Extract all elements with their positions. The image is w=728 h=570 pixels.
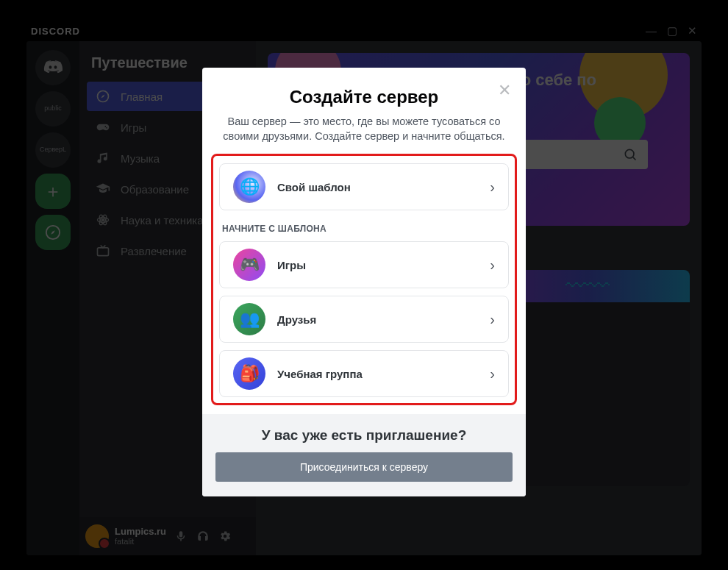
option-label: Свой шаблон — [277, 181, 478, 193]
option-label: Игры — [277, 259, 478, 271]
study-icon: 🎒 — [233, 357, 265, 390]
modal-description: Ваш сервер — это место, где вы можете ту… — [223, 115, 505, 143]
join-server-button[interactable]: Присоединиться к серверу — [215, 452, 513, 482]
chevron-right-icon: › — [490, 179, 495, 196]
highlight-box: 🌐 Свой шаблон › НАЧНИТЕ С ШАБЛОНА 🎮 Игры… — [211, 154, 517, 405]
friends-icon: 👥 — [233, 303, 265, 335]
option-template-study[interactable]: 🎒 Учебная группа › — [219, 350, 509, 397]
option-template-games[interactable]: 🎮 Игры › — [219, 241, 509, 288]
option-label: Друзья — [277, 313, 478, 326]
chevron-right-icon: › — [490, 257, 495, 274]
template-section-label: НАЧНИТЕ С ШАБЛОНА — [222, 224, 509, 234]
own-template-icon: 🌐 — [233, 171, 265, 203]
chevron-right-icon: › — [490, 311, 495, 328]
games-icon: 🎮 — [233, 249, 265, 281]
option-template-friends[interactable]: 👥 Друзья › — [219, 296, 509, 343]
chevron-right-icon: › — [490, 366, 495, 382]
create-server-modal: ✕ Создайте сервер Ваш сервер — это место… — [202, 68, 526, 496]
invite-question: У вас уже есть приглашение? — [215, 427, 513, 443]
modal-overlay: ✕ Создайте сервер Ваш сервер — это место… — [0, 0, 728, 570]
option-own-template[interactable]: 🌐 Свой шаблон › — [219, 163, 509, 210]
option-label: Учебная группа — [277, 368, 478, 380]
modal-title: Создайте сервер — [223, 87, 505, 107]
close-icon[interactable]: ✕ — [498, 81, 511, 100]
